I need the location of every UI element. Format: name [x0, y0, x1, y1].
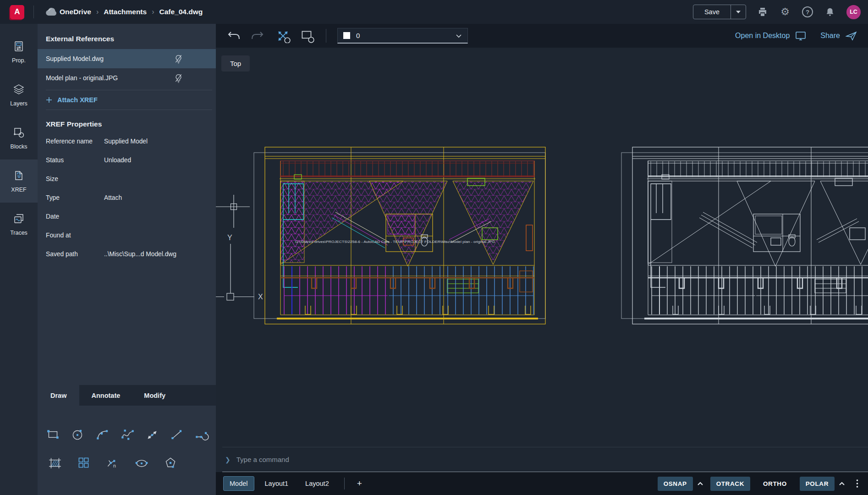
polygon-tool-icon[interactable]	[159, 452, 182, 473]
layers-icon	[13, 83, 25, 97]
print-icon[interactable]	[757, 6, 769, 18]
tab-layout1[interactable]: Layout1	[258, 476, 295, 491]
osnap-settings-caret-icon[interactable]	[697, 482, 703, 486]
layer-dropdown[interactable]: 0	[337, 28, 468, 44]
osnap-toggle[interactable]: OSNAP	[658, 477, 693, 491]
ellipse-tool-icon[interactable]	[130, 452, 154, 473]
sidebar-item-label: Traces	[10, 230, 27, 236]
layer-color-swatch	[343, 32, 350, 39]
breadcrumb-separator: ›	[96, 8, 99, 16]
canvas-toolbar-right: Open in Desktop Share	[735, 30, 857, 41]
prop-row-status: Status Unloaded	[38, 151, 216, 170]
notifications-bell-icon[interactable]	[824, 6, 836, 18]
spline-tool-icon[interactable]	[117, 424, 137, 445]
ortho-toggle[interactable]: ORTHO	[757, 477, 793, 491]
otrack-toggle[interactable]: OTRACK	[710, 477, 750, 491]
arc-continue-tool-icon[interactable]	[192, 424, 211, 445]
panel-divider	[46, 110, 212, 110]
autocad-web-app: A OneDrive › Attachments › Cafe_04.dwg S…	[0, 0, 868, 495]
tool-rail: Prop. Layers Blocks	[0, 24, 38, 495]
polar-toggle[interactable]: POLAR	[800, 477, 835, 491]
xref-icon	[13, 170, 25, 183]
tab-draw[interactable]: Draw	[38, 385, 79, 406]
toolbar-divider	[326, 29, 326, 43]
sidebar-item-label: Layers	[10, 100, 27, 107]
sidebar-item-layers[interactable]: Layers	[0, 73, 38, 116]
attach-xref-label: Attach XREF	[57, 96, 98, 104]
tab-model[interactable]: Model	[223, 476, 254, 491]
xref-list-item-model-plan[interactable]: Model plan - original.JPG	[38, 68, 216, 88]
tab-layout2[interactable]: Layout2	[299, 476, 335, 491]
sidebar-item-xref[interactable]: XREF	[0, 160, 38, 203]
arc-tool-icon[interactable]	[93, 424, 112, 445]
free-select-icon[interactable]	[275, 28, 291, 43]
sidebar-item-properties[interactable]: Prop.	[0, 30, 38, 73]
sidebar-item-blocks[interactable]: Blocks	[0, 116, 38, 160]
traces-icon	[13, 213, 25, 226]
undo-icon[interactable]	[227, 30, 242, 42]
add-layout-button[interactable]: +	[353, 478, 366, 489]
header-actions: Save ⚙ ? LC	[693, 5, 861, 19]
prop-row-type: Type Attach	[38, 188, 216, 207]
chevron-down-icon	[456, 32, 462, 39]
tab-annotate[interactable]: Annotate	[79, 385, 132, 406]
draw-tools: n	[38, 406, 216, 495]
array-tool-icon[interactable]	[72, 452, 96, 473]
breadcrumb-filename: Cafe_04.dwg	[159, 8, 203, 16]
sidebar-item-traces[interactable]: Traces	[0, 203, 38, 246]
sidebar-item-label: Prop.	[12, 57, 26, 64]
divide-tool-icon[interactable]: n	[101, 452, 125, 473]
unloaded-bulb-icon[interactable]	[174, 54, 183, 64]
xref-properties-title: XREF Properties	[46, 120, 208, 128]
save-button[interactable]: Save	[693, 5, 731, 19]
breadcrumb-attachments[interactable]: Attachments	[104, 8, 147, 16]
panel-spacer	[38, 264, 216, 385]
share-send-icon	[845, 30, 857, 41]
onedrive-cloud-icon	[43, 6, 55, 18]
drafting-toggles: OSNAP OTRACK ORTHO POLAR	[658, 477, 861, 491]
redo-icon[interactable]	[250, 30, 264, 42]
canvas-toolbar: 0 Open in Desktop Share	[216, 24, 868, 48]
polar-settings-caret-icon[interactable]	[839, 482, 845, 486]
attach-xref-button[interactable]: Attach XREF	[38, 90, 216, 110]
status-bar-menu-icon[interactable]	[854, 479, 861, 488]
line-tool-icon[interactable]	[167, 424, 187, 445]
prop-row-date: Date	[38, 207, 216, 226]
sidebar-item-label: XREF	[11, 187, 26, 193]
panel-title: External References	[46, 35, 208, 43]
plus-icon	[46, 97, 52, 103]
save-menu-button[interactable]	[731, 5, 746, 19]
help-icon[interactable]: ?	[802, 6, 813, 18]
hatch-tool-icon[interactable]	[43, 452, 67, 473]
model-viewport[interactable]: Top Y X	[216, 48, 868, 447]
command-line[interactable]: ❯ Type a command	[222, 447, 868, 472]
sheet-tab-divider	[344, 478, 345, 490]
window-select-icon[interactable]	[299, 28, 315, 43]
user-avatar[interactable]: LC	[846, 5, 861, 19]
command-prompt-icon: ❯	[225, 456, 231, 463]
rectangle-tool-icon[interactable]	[43, 424, 63, 445]
prop-row-reference-name: Reference name Supplied Model	[38, 132, 216, 151]
app-header: A OneDrive › Attachments › Cafe_04.dwg S…	[0, 0, 868, 24]
gear-icon[interactable]: ⚙	[779, 6, 791, 18]
stretch-tool-icon[interactable]	[142, 424, 162, 445]
xref-panel: External References Supplied Model.dwg M…	[38, 24, 216, 495]
circle-tool-icon[interactable]	[68, 424, 88, 445]
sidebar-item-label: Blocks	[11, 143, 27, 150]
unloaded-bulb-icon[interactable]	[174, 73, 183, 83]
blocks-icon	[13, 126, 25, 140]
open-in-desktop-button[interactable]: Open in Desktop	[735, 30, 807, 41]
draw-tab-bar: Draw Annotate Modify	[38, 385, 216, 406]
floor-plan-colored-xref: G:\Shared drives\PROJECTS\2258-6 - AutoC…	[251, 144, 552, 330]
view-cube-top-button[interactable]: Top	[221, 55, 250, 72]
svg-text:G:\Shared drives\PROJECTS\2258: G:\Shared drives\PROJECTS\2258-6 - AutoC…	[295, 240, 495, 244]
properties-icon	[13, 40, 25, 54]
breadcrumb-onedrive[interactable]: OneDrive	[60, 8, 91, 16]
layer-dropdown-value: 0	[356, 32, 360, 39]
breadcrumb-separator: ›	[152, 8, 154, 16]
xref-list-item-supplied-model[interactable]: Supplied Model.dwg	[38, 49, 216, 68]
xref-name: Supplied Model.dwg	[46, 55, 104, 62]
share-button[interactable]: Share	[820, 30, 857, 41]
prop-row-saved-path: Saved path ..\Misc\Sup...d Model.dwg	[38, 245, 216, 264]
tab-modify[interactable]: Modify	[132, 385, 177, 406]
